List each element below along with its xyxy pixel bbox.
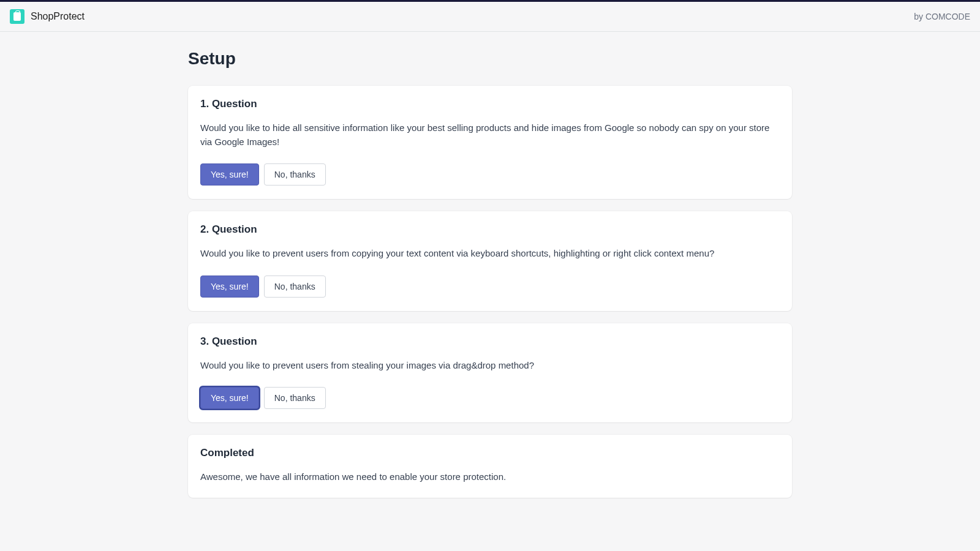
button-row: Yes, sure!No, thanks xyxy=(200,276,780,298)
card-title: Completed xyxy=(200,447,780,459)
header: ShopProtect by COMCODE xyxy=(0,2,980,32)
card-title: 2. Question xyxy=(200,223,780,236)
card-title: 1. Question xyxy=(200,98,780,110)
card-body: Would you like to prevent users from cop… xyxy=(200,247,780,261)
cards-container: 1. QuestionWould you like to hide all se… xyxy=(188,86,792,498)
app-name: ShopProtect xyxy=(31,11,85,22)
no-button[interactable]: No, thanks xyxy=(264,276,326,298)
main-content: Setup 1. QuestionWould you like to hide … xyxy=(188,32,792,534)
page-title: Setup xyxy=(188,49,792,69)
no-button[interactable]: No, thanks xyxy=(264,163,326,186)
yes-button[interactable]: Yes, sure! xyxy=(200,163,259,186)
card-body: Would you like to hide all sensitive inf… xyxy=(200,121,780,149)
yes-button[interactable]: Yes, sure! xyxy=(200,387,259,409)
card-body: Awesome, we have all information we need… xyxy=(200,470,780,484)
button-row: Yes, sure!No, thanks xyxy=(200,163,780,186)
yes-button[interactable]: Yes, sure! xyxy=(200,276,259,298)
card-title: 3. Question xyxy=(200,335,780,348)
lock-icon xyxy=(13,12,21,21)
app-logo xyxy=(10,9,24,24)
setup-card: 1. QuestionWould you like to hide all se… xyxy=(188,86,792,199)
no-button[interactable]: No, thanks xyxy=(264,387,326,409)
header-left: ShopProtect xyxy=(10,9,85,24)
button-row: Yes, sure!No, thanks xyxy=(200,387,780,409)
byline: by COMCODE xyxy=(914,12,970,21)
card-body: Would you like to prevent users from ste… xyxy=(200,359,780,373)
setup-card: 3. QuestionWould you like to prevent use… xyxy=(188,323,792,423)
setup-card: 2. QuestionWould you like to prevent use… xyxy=(188,211,792,311)
setup-card: CompletedAwesome, we have all informatio… xyxy=(188,435,792,498)
